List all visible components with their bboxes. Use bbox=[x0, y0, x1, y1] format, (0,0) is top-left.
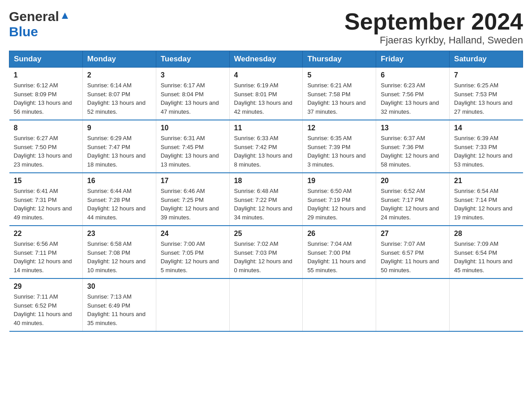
day-number: 30 bbox=[87, 283, 151, 291]
calendar-cell: 28 Sunrise: 7:09 AM Sunset: 6:54 PM Dayl… bbox=[450, 226, 523, 278]
page-header: General Blue September 2024 Fjaeras kyrk… bbox=[9, 9, 523, 46]
calendar-cell: 24 Sunrise: 7:00 AM Sunset: 7:05 PM Dayl… bbox=[156, 226, 229, 278]
calendar-header: Sunday Monday Tuesday Wednesday Thursday… bbox=[9, 51, 523, 68]
calendar-cell bbox=[376, 278, 450, 331]
day-info: Sunrise: 6:50 AM Sunset: 7:19 PM Dayligh… bbox=[307, 187, 371, 222]
logo-general-text: General bbox=[9, 9, 59, 24]
day-number: 25 bbox=[234, 230, 298, 238]
day-number: 27 bbox=[381, 230, 445, 238]
day-info: Sunrise: 7:00 AM Sunset: 7:05 PM Dayligh… bbox=[161, 240, 225, 274]
calendar-cell bbox=[450, 278, 523, 331]
day-info: Sunrise: 6:33 AM Sunset: 7:42 PM Dayligh… bbox=[234, 134, 298, 169]
day-info: Sunrise: 7:11 AM Sunset: 6:52 PM Dayligh… bbox=[14, 292, 78, 327]
svg-marker-0 bbox=[62, 13, 68, 19]
day-info: Sunrise: 6:54 AM Sunset: 7:14 PM Dayligh… bbox=[454, 187, 518, 222]
header-friday: Friday bbox=[376, 51, 450, 68]
calendar-cell: 14 Sunrise: 6:39 AM Sunset: 7:33 PM Dayl… bbox=[450, 120, 523, 173]
calendar-cell: 18 Sunrise: 6:48 AM Sunset: 7:22 PM Dayl… bbox=[229, 173, 303, 226]
day-number: 3 bbox=[161, 71, 225, 79]
day-number: 17 bbox=[161, 177, 225, 185]
calendar-week-row: 22 Sunrise: 6:56 AM Sunset: 7:11 PM Dayl… bbox=[9, 226, 523, 278]
calendar-cell: 25 Sunrise: 7:02 AM Sunset: 7:03 PM Dayl… bbox=[229, 226, 303, 278]
calendar-cell: 9 Sunrise: 6:29 AM Sunset: 7:47 PM Dayli… bbox=[82, 120, 156, 173]
calendar-cell: 20 Sunrise: 6:52 AM Sunset: 7:17 PM Dayl… bbox=[376, 173, 450, 226]
calendar-week-row: 1 Sunrise: 6:12 AM Sunset: 8:09 PM Dayli… bbox=[9, 68, 523, 120]
day-number: 18 bbox=[234, 177, 298, 185]
day-number: 5 bbox=[307, 71, 371, 79]
calendar-cell: 5 Sunrise: 6:21 AM Sunset: 7:58 PM Dayli… bbox=[303, 68, 376, 120]
header-monday: Monday bbox=[82, 51, 156, 68]
calendar-body: 1 Sunrise: 6:12 AM Sunset: 8:09 PM Dayli… bbox=[9, 68, 523, 332]
weekday-header-row: Sunday Monday Tuesday Wednesday Thursday… bbox=[9, 51, 523, 68]
calendar-cell: 13 Sunrise: 6:37 AM Sunset: 7:36 PM Dayl… bbox=[376, 120, 450, 173]
day-number: 9 bbox=[87, 124, 151, 132]
calendar-cell: 3 Sunrise: 6:17 AM Sunset: 8:04 PM Dayli… bbox=[156, 68, 229, 120]
day-number: 13 bbox=[381, 124, 445, 132]
calendar-cell: 1 Sunrise: 6:12 AM Sunset: 8:09 PM Dayli… bbox=[9, 68, 83, 120]
calendar-cell bbox=[156, 278, 229, 331]
calendar-cell: 8 Sunrise: 6:27 AM Sunset: 7:50 PM Dayli… bbox=[9, 120, 83, 173]
day-info: Sunrise: 6:17 AM Sunset: 8:04 PM Dayligh… bbox=[161, 81, 225, 116]
calendar-cell: 21 Sunrise: 6:54 AM Sunset: 7:14 PM Dayl… bbox=[450, 173, 523, 226]
header-thursday: Thursday bbox=[303, 51, 376, 68]
calendar-week-row: 8 Sunrise: 6:27 AM Sunset: 7:50 PM Dayli… bbox=[9, 120, 523, 173]
calendar-cell: 30 Sunrise: 7:13 AM Sunset: 6:49 PM Dayl… bbox=[82, 278, 156, 331]
day-number: 2 bbox=[87, 71, 151, 79]
logo-blue-text: Blue bbox=[9, 24, 38, 39]
day-number: 11 bbox=[234, 124, 298, 132]
day-info: Sunrise: 6:46 AM Sunset: 7:25 PM Dayligh… bbox=[161, 187, 225, 222]
day-info: Sunrise: 7:07 AM Sunset: 6:57 PM Dayligh… bbox=[381, 240, 445, 274]
day-info: Sunrise: 6:19 AM Sunset: 8:01 PM Dayligh… bbox=[234, 81, 298, 116]
calendar-cell: 27 Sunrise: 7:07 AM Sunset: 6:57 PM Dayl… bbox=[376, 226, 450, 278]
day-number: 28 bbox=[454, 230, 518, 238]
calendar-cell: 4 Sunrise: 6:19 AM Sunset: 8:01 PM Dayli… bbox=[229, 68, 303, 120]
day-info: Sunrise: 6:52 AM Sunset: 7:17 PM Dayligh… bbox=[381, 187, 445, 222]
calendar-cell: 11 Sunrise: 6:33 AM Sunset: 7:42 PM Dayl… bbox=[229, 120, 303, 173]
day-info: Sunrise: 7:02 AM Sunset: 7:03 PM Dayligh… bbox=[234, 240, 298, 274]
day-number: 16 bbox=[87, 177, 151, 185]
day-info: Sunrise: 6:27 AM Sunset: 7:50 PM Dayligh… bbox=[14, 134, 78, 169]
day-info: Sunrise: 6:12 AM Sunset: 8:09 PM Dayligh… bbox=[14, 81, 78, 116]
logo-triangle-icon bbox=[60, 11, 70, 21]
day-number: 22 bbox=[14, 230, 78, 238]
day-info: Sunrise: 6:37 AM Sunset: 7:36 PM Dayligh… bbox=[381, 134, 445, 169]
day-info: Sunrise: 7:13 AM Sunset: 6:49 PM Dayligh… bbox=[87, 292, 151, 327]
calendar-table: Sunday Monday Tuesday Wednesday Thursday… bbox=[9, 51, 523, 332]
day-info: Sunrise: 6:29 AM Sunset: 7:47 PM Dayligh… bbox=[87, 134, 151, 169]
day-number: 8 bbox=[14, 124, 78, 132]
calendar-week-row: 29 Sunrise: 7:11 AM Sunset: 6:52 PM Dayl… bbox=[9, 278, 523, 331]
location-title: Fjaeras kyrkby, Halland, Sweden bbox=[344, 34, 523, 46]
day-number: 29 bbox=[14, 283, 78, 291]
calendar-week-row: 15 Sunrise: 6:41 AM Sunset: 7:31 PM Dayl… bbox=[9, 173, 523, 226]
day-info: Sunrise: 6:58 AM Sunset: 7:08 PM Dayligh… bbox=[87, 240, 151, 274]
day-info: Sunrise: 6:44 AM Sunset: 7:28 PM Dayligh… bbox=[87, 187, 151, 222]
day-info: Sunrise: 7:04 AM Sunset: 7:00 PM Dayligh… bbox=[307, 240, 371, 274]
calendar-cell: 2 Sunrise: 6:14 AM Sunset: 8:07 PM Dayli… bbox=[82, 68, 156, 120]
day-number: 12 bbox=[307, 124, 371, 132]
calendar-cell: 15 Sunrise: 6:41 AM Sunset: 7:31 PM Dayl… bbox=[9, 173, 83, 226]
day-number: 24 bbox=[161, 230, 225, 238]
calendar-cell: 26 Sunrise: 7:04 AM Sunset: 7:00 PM Dayl… bbox=[303, 226, 376, 278]
day-number: 10 bbox=[161, 124, 225, 132]
calendar-cell bbox=[303, 278, 376, 331]
day-number: 14 bbox=[454, 124, 518, 132]
day-info: Sunrise: 7:09 AM Sunset: 6:54 PM Dayligh… bbox=[454, 240, 518, 274]
header-sunday: Sunday bbox=[9, 51, 83, 68]
day-number: 20 bbox=[381, 177, 445, 185]
header-saturday: Saturday bbox=[450, 51, 523, 68]
day-info: Sunrise: 6:21 AM Sunset: 7:58 PM Dayligh… bbox=[307, 81, 371, 116]
day-info: Sunrise: 6:25 AM Sunset: 7:53 PM Dayligh… bbox=[454, 81, 518, 116]
day-number: 23 bbox=[87, 230, 151, 238]
title-section: September 2024 Fjaeras kyrkby, Halland, … bbox=[344, 9, 523, 46]
header-wednesday: Wednesday bbox=[229, 51, 303, 68]
calendar-cell: 12 Sunrise: 6:35 AM Sunset: 7:39 PM Dayl… bbox=[303, 120, 376, 173]
day-number: 21 bbox=[454, 177, 518, 185]
day-number: 26 bbox=[307, 230, 371, 238]
day-info: Sunrise: 6:39 AM Sunset: 7:33 PM Dayligh… bbox=[454, 134, 518, 169]
day-info: Sunrise: 6:48 AM Sunset: 7:22 PM Dayligh… bbox=[234, 187, 298, 222]
day-info: Sunrise: 6:56 AM Sunset: 7:11 PM Dayligh… bbox=[14, 240, 78, 274]
calendar-cell: 6 Sunrise: 6:23 AM Sunset: 7:56 PM Dayli… bbox=[376, 68, 450, 120]
logo: General Blue bbox=[9, 9, 70, 39]
day-info: Sunrise: 6:14 AM Sunset: 8:07 PM Dayligh… bbox=[87, 81, 151, 116]
calendar-cell: 23 Sunrise: 6:58 AM Sunset: 7:08 PM Dayl… bbox=[82, 226, 156, 278]
